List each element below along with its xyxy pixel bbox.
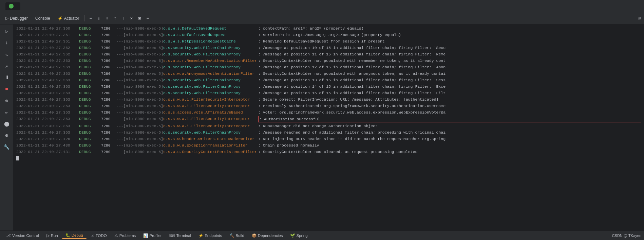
title-bar-left	[3, 2, 20, 10]
spring-label: Spring	[296, 234, 307, 238]
profiler-icon: 📊	[143, 233, 148, 238]
log-area[interactable]: 2022-01-21 22:40:27.360 DEBUG 7280 --- […	[14, 24, 644, 230]
log-sep: ---	[116, 71, 124, 76]
pause-button[interactable]: ⏸	[1, 72, 12, 83]
log-thread: [nio-8080-exec-5]	[124, 38, 163, 44]
minimize-icon[interactable]	[639, 5, 641, 7]
bottom-bar: ⎇Version Control▷Run🐛Debug☑TODO⚠Problems…	[0, 230, 644, 240]
spring-icon: 🌱	[290, 233, 295, 238]
log-message: : Chain processed normally	[258, 142, 641, 148]
log-pid: 7280	[101, 123, 116, 129]
toolbar-btn-layout2[interactable]: ≡	[144, 15, 151, 22]
version-control-label: Version Control	[12, 234, 39, 238]
log-pid: 7280	[101, 84, 116, 89]
step-over-button[interactable]: ↓	[1, 37, 12, 48]
log-timestamp: 2022-01-21 22:40:27.363	[16, 84, 79, 89]
log-sep: ---	[116, 109, 124, 115]
bottom-tab-endpoints[interactable]: ⚡Endpoints	[195, 233, 225, 239]
log-level: DEBUG	[79, 109, 101, 115]
log-level: DEBUG	[79, 116, 101, 122]
log-level: DEBUG	[79, 149, 101, 155]
tools-button[interactable]: 🔧	[1, 141, 12, 152]
debugger-label: Debugger	[10, 16, 28, 21]
log-pid: 7280	[101, 90, 116, 96]
toolbar-btn-up1[interactable]: ⇧	[95, 15, 102, 22]
log-pid: 7280	[101, 130, 116, 135]
endpoints-label: Endpoints	[205, 234, 222, 238]
bottom-tab-terminal[interactable]: ⌨Terminal	[166, 233, 194, 239]
log-sep: ---	[116, 136, 124, 142]
toolbar-btn-down2[interactable]: ↓	[119, 15, 127, 22]
record-button[interactable]: ⬤	[1, 118, 12, 129]
title-bar-right	[633, 5, 641, 7]
edit-button[interactable]: ✏	[1, 107, 12, 118]
log-level: DEBUG	[79, 71, 101, 76]
log-class: o.s.security.web.FilterChainProxy	[163, 45, 258, 51]
log-thread: [nio-8080-exec-5]	[124, 71, 163, 76]
log-pid: 7280	[101, 51, 116, 57]
log-sep: ---	[116, 64, 124, 70]
stop-button[interactable]: ■	[1, 84, 12, 95]
bottom-right-text: CSDN @ITKayen	[612, 234, 641, 238]
tab-console[interactable]: Console	[32, 15, 54, 22]
log-pid: 7280	[101, 97, 116, 102]
bottom-tab-debug[interactable]: 🐛Debug	[62, 232, 87, 239]
bottom-tab-profiler[interactable]: 📊Profiler	[140, 233, 165, 239]
log-timestamp: 2022-01-21 22:40:27.362	[16, 45, 79, 51]
log-class: o.s.w.s.DefaultSavedRequest	[163, 32, 258, 38]
log-timestamp: 2022-01-21 22:40:27.361	[16, 32, 79, 38]
log-message: : Voter: org.springframework.security.we…	[258, 109, 641, 115]
log-thread: [nio-8080-exec-5]	[124, 109, 163, 115]
log-row: 2022-01-21 22:40:27.426 DEBUG 7280 --- […	[14, 136, 644, 142]
log-sep: ---	[116, 51, 124, 57]
settings-button[interactable]: ⚙	[1, 130, 12, 141]
log-timestamp: 2022-01-21 22:40:27.363	[16, 90, 79, 96]
toolbar-separator	[84, 15, 85, 21]
layout-icon[interactable]: ⊞	[637, 15, 642, 22]
log-class: o.s.security.web.FilterChainProxy	[163, 90, 258, 96]
bottom-tab-todo[interactable]: ☑TODO	[87, 233, 110, 239]
debug-label: Debug	[72, 233, 83, 237]
bottom-tab-problems[interactable]: ⚠Problems	[111, 233, 139, 239]
toolbar-btn-close[interactable]: ✕	[128, 15, 135, 22]
bottom-tab-version-control[interactable]: ⎇Version Control	[3, 233, 42, 239]
log-pid: 7280	[101, 45, 116, 51]
resume-button[interactable]: ▷	[1, 26, 12, 37]
terminal-icon: ⌨	[169, 233, 175, 238]
tab-actuator[interactable]: ⚡ Actuator	[54, 15, 83, 22]
tab-debugger[interactable]: ▷ Debugger	[2, 15, 31, 22]
toolbar-btn-menu[interactable]: ≡	[87, 15, 94, 22]
log-level: DEBUG	[79, 130, 101, 135]
step-into-button[interactable]: ↘	[1, 49, 12, 60]
log-timestamp: 2022-01-21 22:40:27.363	[16, 130, 79, 135]
toolbar-btn-layout1[interactable]: ▣	[136, 15, 143, 22]
log-class: o.s.s.w.a.i.FilterSecurityInterceptor	[163, 123, 258, 129]
log-timestamp: 2022-01-21 22:40:27.362	[16, 51, 79, 57]
actuator-label: Actuator	[64, 16, 79, 21]
log-message: : SecurityContextHolder now cleared, as …	[258, 149, 641, 155]
log-sep: ---	[116, 97, 124, 102]
log-timestamp: 2022-01-21 22:40:27.363	[16, 103, 79, 109]
log-thread: [nio-8080-exec-5]	[124, 136, 163, 142]
log-timestamp: 2022-01-21 22:40:27.426	[16, 136, 79, 142]
log-thread: [nio-8080-exec-5]	[124, 90, 163, 96]
toolbar-btn-up2[interactable]: ↑	[111, 15, 119, 22]
log-message: : /message at position 11 of 15 in addit…	[258, 51, 641, 57]
log-row: 2022-01-21 22:40:27.363 DEBUG 7280 --- […	[14, 64, 644, 70]
bottom-tab-spring[interactable]: 🌱Spring	[287, 233, 311, 239]
problems-label: Problems	[119, 234, 136, 238]
log-row: 2022-01-21 22:40:27.363 DEBUG 7280 --- […	[14, 57, 644, 64]
log-timestamp: 2022-01-21 22:40:27.363	[16, 58, 79, 64]
bottom-tab-run[interactable]: ▷Run	[43, 233, 61, 239]
bottom-tab-build[interactable]: 🔨Build	[226, 233, 248, 239]
add-breakpoint-button[interactable]: ⊕	[1, 95, 12, 106]
bottom-tab-dependencies[interactable]: 📦Dependencies	[248, 233, 286, 239]
settings-icon[interactable]	[633, 5, 636, 7]
log-class: o.s.security.web.FilterChainProxy	[163, 77, 258, 83]
toolbar-btn-down1[interactable]: ⇩	[103, 15, 111, 22]
log-class: o.s.w.s.HttpSessionRequestCache	[163, 38, 258, 44]
log-message: : Previously Authenticated: org.springfr…	[258, 103, 641, 109]
app-tab[interactable]	[5, 2, 20, 10]
log-level: DEBUG	[79, 123, 101, 129]
step-out-button[interactable]: ↗	[1, 61, 12, 71]
